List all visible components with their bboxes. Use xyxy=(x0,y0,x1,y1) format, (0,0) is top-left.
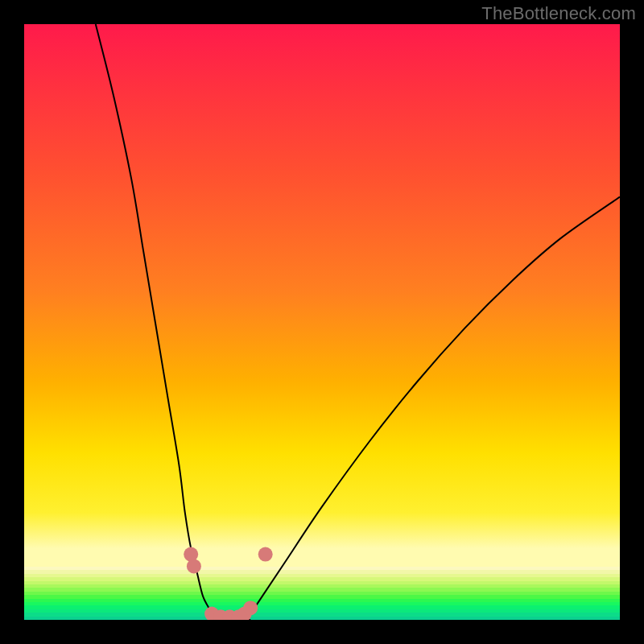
marker-group xyxy=(184,547,273,620)
curve-left-branch xyxy=(96,24,215,620)
right-marker-1 xyxy=(258,547,273,562)
curve-right-branch xyxy=(250,197,620,614)
bottleneck-curve xyxy=(24,24,620,620)
floor-marker-6 xyxy=(243,601,258,615)
plot-area xyxy=(24,24,620,620)
outer-frame: TheBottleneck.com xyxy=(0,0,644,644)
watermark-text: TheBottleneck.com xyxy=(481,3,636,24)
left-marker-2 xyxy=(187,559,201,573)
